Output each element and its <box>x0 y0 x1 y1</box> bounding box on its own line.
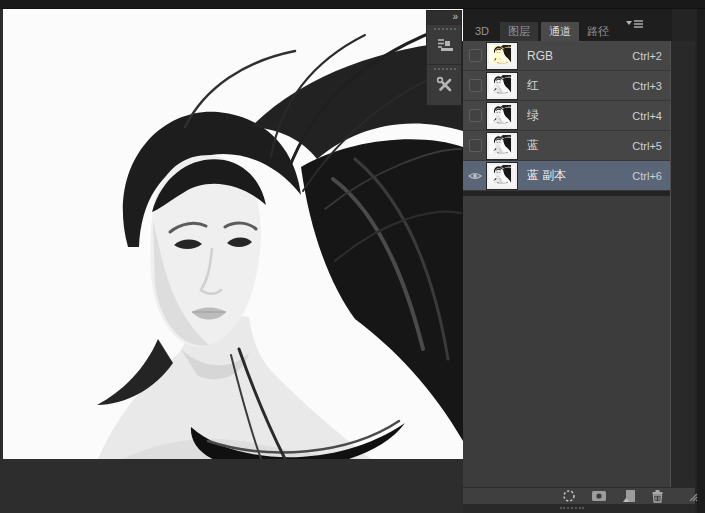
visibility-toggle[interactable] <box>463 139 487 152</box>
channel-thumbnail <box>487 103 517 129</box>
drag-grip <box>434 28 456 30</box>
layer-comps-icon <box>436 36 454 54</box>
photoshop-workspace: » 3D 图层 通道 <box>0 0 705 513</box>
app-top-bar <box>0 0 705 9</box>
new-channel-button[interactable] <box>622 489 636 503</box>
channel-row-red[interactable]: 红 Ctrl+3 <box>463 71 670 101</box>
channel-row-blue[interactable]: 蓝 Ctrl+5 <box>463 131 670 161</box>
dock-button-tool-presets[interactable] <box>427 64 461 104</box>
channel-label: RGB <box>527 49 632 63</box>
document-canvas[interactable] <box>3 9 463 459</box>
channel-shortcut: Ctrl+3 <box>632 80 662 92</box>
eye-well <box>469 139 482 152</box>
drag-grip <box>560 507 584 509</box>
portrait-photo <box>3 9 463 459</box>
channel-list: RGB Ctrl+2 红 Ctrl+3 绿 Ctrl+4 蓝 Ctrl+5 <box>463 41 670 191</box>
eye-well <box>469 79 482 92</box>
channels-panel: 3D 图层 通道 路径 RGB Ctrl+2 红 Ctrl+3 <box>463 9 695 504</box>
channel-row-blue-copy[interactable]: 蓝 副本 Ctrl+6 <box>463 161 670 191</box>
channel-thumbnail <box>487 133 517 159</box>
tab-paths[interactable]: 路径 <box>579 22 617 41</box>
dock-edge <box>697 9 705 513</box>
visibility-toggle[interactable] <box>463 109 487 122</box>
channel-thumbnail <box>487 43 517 69</box>
eye-well <box>469 109 482 122</box>
panel-scrollbar-gutter[interactable] <box>670 41 695 487</box>
channel-shortcut: Ctrl+4 <box>632 110 662 122</box>
channel-row-green[interactable]: 绿 Ctrl+4 <box>463 101 670 131</box>
panel-tab-bar: 3D 图层 通道 路径 <box>463 9 672 41</box>
load-channel-as-selection-button[interactable] <box>562 489 576 503</box>
expand-panels-icon: » <box>452 11 457 22</box>
delete-channel-button[interactable] <box>651 489 664 503</box>
visibility-toggle[interactable] <box>463 49 487 62</box>
visibility-toggle[interactable] <box>463 171 487 181</box>
channel-label: 红 <box>527 77 632 94</box>
dock-button-layer-comps[interactable] <box>427 24 461 64</box>
visibility-toggle[interactable] <box>463 79 487 92</box>
panel-bottom-drag-bar[interactable] <box>463 504 695 513</box>
channel-thumbnail <box>487 163 517 189</box>
channels-panel-toolbar <box>463 487 695 504</box>
icon-dock: » <box>426 10 462 106</box>
channel-shortcut: Ctrl+6 <box>632 170 662 182</box>
channel-shortcut: Ctrl+2 <box>632 50 662 62</box>
save-selection-as-channel-button[interactable] <box>591 489 607 503</box>
channel-label: 蓝 副本 <box>527 167 632 184</box>
eye-well <box>469 49 482 62</box>
tab-3d[interactable]: 3D <box>467 22 497 41</box>
tab-channels[interactable]: 通道 <box>541 22 579 41</box>
dock-collapse-button[interactable]: » <box>427 11 461 24</box>
channel-list-empty-area <box>463 196 670 487</box>
channel-thumbnail <box>487 73 517 99</box>
eye-icon <box>468 171 482 181</box>
channel-row-rgb[interactable]: RGB Ctrl+2 <box>463 41 670 71</box>
channel-label: 绿 <box>527 107 632 124</box>
panel-menu-icon[interactable] <box>626 18 644 30</box>
channel-label: 蓝 <box>527 137 632 154</box>
panel-resize-grip[interactable] <box>686 489 698 503</box>
channel-shortcut: Ctrl+5 <box>632 140 662 152</box>
tool-presets-icon <box>436 76 454 94</box>
drag-grip <box>434 68 456 70</box>
tab-layers[interactable]: 图层 <box>500 22 538 41</box>
